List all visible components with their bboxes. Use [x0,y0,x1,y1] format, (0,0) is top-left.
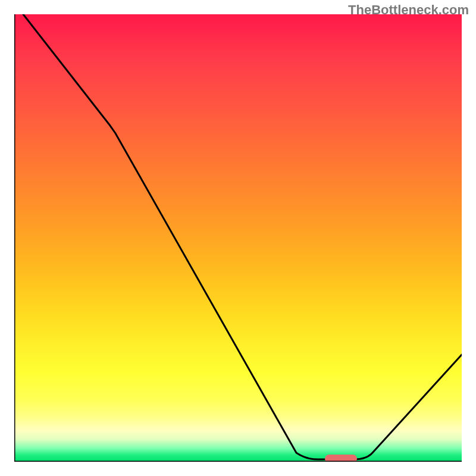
plot-area [14,14,462,462]
optimal-marker [325,455,357,462]
chart-curve [14,14,462,462]
bottleneck-curve-path [23,14,462,459]
watermark-text: TheBottleneck.com [348,2,469,18]
